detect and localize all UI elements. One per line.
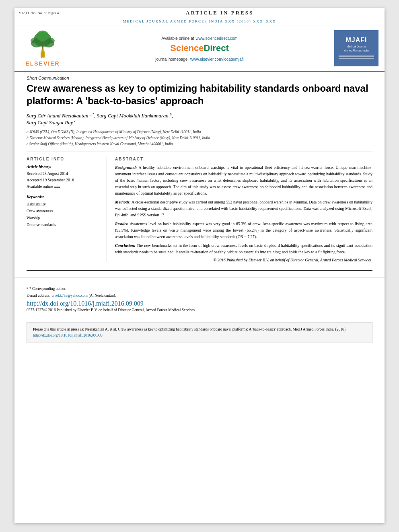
citation-prefix: Please cite this article in press as: Ne… <box>33 327 346 331</box>
email-label: E-mail address: <box>27 294 50 298</box>
methods-label: Methods: <box>115 200 131 204</box>
author-2: Surg Capt Mookkiah Ilankumaran <box>97 113 170 119</box>
footnote-star: * <box>27 287 29 291</box>
abstract-col: ABSTRACT Background: A healthy habitable… <box>115 157 372 262</box>
article-body: Short Communication Crew awareness as ke… <box>14 72 385 266</box>
affiliations: a JDMS (CSL), O/o DGMS (N), Integrated H… <box>27 129 372 152</box>
article-history-label: Article history: <box>27 164 101 169</box>
affiliation-2: b Director Medical Services (Health), In… <box>27 135 372 141</box>
elsevier-text: ELSEVIER <box>25 60 60 67</box>
elsevier-logo: ELSEVIER <box>19 29 67 67</box>
keyword-2: Crew awareness <box>27 207 101 214</box>
citation-box: Please cite this article in press as: Ne… <box>27 322 372 343</box>
journal-homepage-label: journal homepage: www.elsevier.com/locat… <box>155 55 244 62</box>
abstract-conclusion: Conclusion: The new benchmarks set in th… <box>115 242 372 255</box>
results-label: Results: <box>115 222 128 226</box>
background-label: Background: <box>115 165 137 170</box>
article-id: MJAFI-785; No. of Pages 4 <box>19 11 59 15</box>
abstract-results: Results: Awareness level on basic habita… <box>115 221 372 240</box>
abstract-background: Background: A healthy habitable environm… <box>115 164 372 197</box>
mjafi-logo-area: MJAFI Medical JournalArmed Forces India <box>332 29 380 67</box>
press-label: ARTICLE IN PRESS <box>186 10 253 16</box>
article-info-col: ARTICLE INFO Article history: Received 2… <box>27 157 107 262</box>
email-suffix: (A. Neelakantan). <box>88 294 116 298</box>
author-3: Surg Capt Sougat Ray <box>27 119 74 125</box>
keywords-label: Keywords: <box>27 195 101 199</box>
methods-text: A cross-sectional descriptive study was … <box>115 200 372 217</box>
abstract-text: Background: A healthy habitable environm… <box>115 164 372 255</box>
corresponding-author: * * Corresponding author. <box>27 286 372 292</box>
available-online-label: Available online at www.sciencedirect.co… <box>162 34 238 41</box>
affiliation-1: a JDMS (CSL), O/o DGMS (N), Integrated H… <box>27 129 372 135</box>
authors: Surg Cdr Anand Neelakantan a,*, Surg Cap… <box>27 112 372 126</box>
keyword-1: Habitability <box>27 201 101 207</box>
elsevier-tree-icon <box>25 29 61 60</box>
footer-area: * * Corresponding author. E-mail address… <box>14 277 385 316</box>
corresponding-label: * Corresponding author. <box>29 287 66 291</box>
keyword-4: Defense standards <box>27 221 101 228</box>
mjafi-subtitle: Medical JournalArmed Forces India <box>344 45 368 52</box>
svg-point-8 <box>41 49 44 51</box>
article-title: Crew awareness as key to optimizing habi… <box>27 82 372 107</box>
svg-point-7 <box>47 38 55 43</box>
doi-line: http://dx.doi.org/10.1016/j.mjafi.2016.0… <box>27 300 372 307</box>
citation-url[interactable]: http://dx.doi.org/10.1016/j.mjafi.2016.0… <box>33 333 103 337</box>
email-address[interactable]: vivekk75a@yahoo.com <box>51 294 88 298</box>
mjafi-title: MJAFI <box>346 37 367 44</box>
top-bar: MJAFI-785; No. of Pages 4 ARTICLE IN PRE… <box>14 8 385 18</box>
issn-text: 0377-1237/© 2016 Published by Elsevier B… <box>27 308 372 312</box>
journal-subtitle: MEDICAL JOURNAL ARMED FORCES INDIA XXX (… <box>14 18 385 25</box>
mjafi-box: MJAFI Medical JournalArmed Forces India <box>334 30 378 66</box>
conclusion-text: The new benchmarks set in the form of hi… <box>115 243 372 254</box>
header-area: ELSEVIER Available online at www.science… <box>14 25 385 72</box>
header-center: Available online at www.sciencedirect.co… <box>71 29 328 67</box>
copyright-text: © 2016 Published by Elsevier B.V. on beh… <box>115 258 372 262</box>
author-1: Surg Cdr Anand Neelakantan <box>27 113 90 119</box>
mjafi-decorative-lines <box>339 55 374 60</box>
two-col-section: ARTICLE INFO Article history: Received 2… <box>27 157 372 262</box>
abstract-heading: ABSTRACT <box>115 157 372 161</box>
affiliation-3: c Senior Staff Officer (Health), Headqua… <box>27 141 372 147</box>
sciencedirect-logo: ScienceDirect <box>170 43 229 53</box>
author-separator-2: , <box>171 113 173 119</box>
article-info-heading: ARTICLE INFO <box>27 157 101 161</box>
results-text: Awareness level on basic habitability as… <box>115 222 372 239</box>
svg-point-6 <box>31 38 39 43</box>
page: MJAFI-785; No. of Pages 4 ARTICLE IN PRE… <box>14 8 385 523</box>
conclusion-label: Conclusion: <box>115 243 136 248</box>
received-date: Received 23 August 2014 <box>27 170 101 177</box>
email-line: E-mail address: vivekk75a@yahoo.com (A. … <box>27 292 372 299</box>
doi-link[interactable]: http://dx.doi.org/10.1016/j.mjafi.2016.0… <box>27 300 372 307</box>
svg-point-5 <box>37 31 49 40</box>
background-text: A healthy habitable environment onboard … <box>115 165 372 195</box>
accepted-date: Accepted 19 September 2016 <box>27 177 101 183</box>
available-online-date: Available online xxx <box>27 183 101 190</box>
section-label: Short Communication <box>27 76 372 80</box>
abstract-methods: Methods: A cross-sectional descriptive s… <box>115 199 372 218</box>
keyword-3: Warship <box>27 214 101 221</box>
